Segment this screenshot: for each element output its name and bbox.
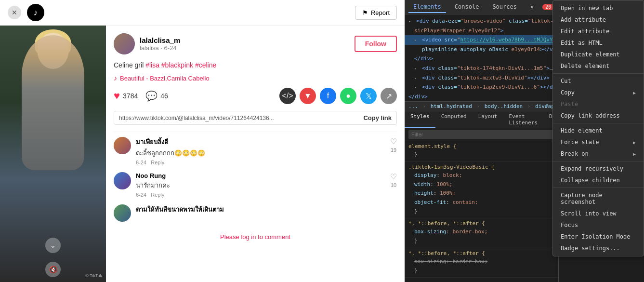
ctx-capture-screenshot[interactable]: Capture node screenshot [553,189,644,208]
user-info: lalalclisa_m lalalisa · 6-24 [140,36,355,52]
tab-more[interactable]: » [526,1,539,13]
comment-count-1: 19 [391,147,396,153]
comment-item: มาเฟียบลิ้งดี ตะลิ้ชลูกกกกก😳😳😳😳 6-24 Rep… [114,137,397,165]
ctx-break-on-arrow: ▶ [633,151,636,157]
sound-button[interactable]: 🔇 [45,262,61,277]
tab-styles[interactable]: Styles [405,111,435,128]
ctx-duplicate-element[interactable]: Duplicate element [553,49,644,60]
comment-heart-2[interactable]: ♡ [390,172,397,181]
tiktok-logo: ♪ [27,4,44,21]
comment-heart-1[interactable]: ♡ [390,137,397,146]
devtools-content: ▸ <div data-eze="browse-video" class="ti… [405,14,644,282]
css-selector: .tiktok-1sm3sg-VideoBasic { [408,164,554,170]
tab-elements[interactable]: Elements [408,1,446,13]
ctx-scroll-into-view[interactable]: Scroll into view [553,208,644,219]
tab-event-listeners[interactable]: Event Listeners [503,111,543,128]
hashtag-celine[interactable]: #celine [195,61,216,69]
ctx-cut[interactable]: Cut [553,75,644,87]
styles-panel: Styles Computed Layout Event Listeners D… [405,111,558,278]
share-twitter-button[interactable]: 𝕏 [360,88,377,104]
html-line: ▸ <div class="tiktok-mzxtw3-DivVid"></di… [405,73,558,83]
ctx-collapse-children[interactable]: Collapse children [553,175,644,186]
top-bar: ✕ ♪ ⚑ Report [0,0,405,26]
html-line: sicPlayerWrapper e1yey0r12"> [405,26,558,36]
music-icon: ♪ [114,74,117,82]
ctx-force-state[interactable]: Force state ▶ [553,136,644,148]
comment-body-1: มาเฟียบลิ้งดี ตะลิ้ชลูกกกกก😳😳😳😳 6-24 Rep… [136,137,385,165]
avatar-image [114,33,135,54]
comment-item: Noo Rung น่ารักมากคะ 6-24 Reply ♡ 10 [114,172,397,198]
ctx-hide-element[interactable]: Hide element [553,125,644,136]
comment-count: 46 [160,92,168,100]
css-rule-box-sizing-2: *, *::before, *::after { box-sizing: bor… [405,248,558,278]
ctx-paste: Paste [553,98,644,110]
html-line: ▸ <div class="tiktok-174tqkn-DivVi...1m5… [405,64,558,73]
report-button[interactable]: ⚑ Report [355,6,397,20]
ctx-add-attribute[interactable]: Add attribute [553,14,644,26]
close-button[interactable]: ✕ [8,6,21,19]
ctx-delete-element[interactable]: Delete element [553,60,644,72]
ctx-copy-arrow: ▶ [633,90,636,95]
copy-link-button[interactable]: Copy link [363,114,392,121]
login-prompt[interactable]: Please log in to comment [114,228,397,245]
comment-count-2: 10 [391,182,396,188]
tab-computed[interactable]: Computed [435,111,473,128]
expand-icon[interactable]: ▸ [414,66,417,71]
html-line: </div> [405,54,558,64]
hashtag-blackpink[interactable]: #blackpink [161,61,193,69]
commenter-name-2: Noo Rung [136,172,385,179]
filter-input[interactable] [408,130,554,139]
css-selector: *, *::before, *::after { [408,250,554,256]
html-line: ▸ <div class="tiktok-1ap2cv9-DivVi...6">… [405,82,558,92]
bc-html[interactable]: ... [408,103,418,109]
css-selector: *, *::before, *::after { [408,220,554,227]
follow-button[interactable]: Follow [355,36,397,52]
expand-icon[interactable]: ▸ [408,19,411,24]
comment-avatar-1 [114,137,131,154]
expand-icon[interactable]: ▸ [414,85,417,90]
share-code-button[interactable]: </> [279,88,296,104]
share-icons: </> ▼ f ● 𝕏 ↗ [279,88,397,104]
like-button[interactable]: ♥ [114,90,120,102]
bc-body[interactable]: body..hidden [485,103,523,109]
avatar [114,33,135,54]
watermark: © TikTok [85,273,102,278]
css-rule-element: element.style { } [405,141,558,162]
styles-tabs: Styles Computed Layout Event Listeners D… [405,111,558,128]
expand-icon[interactable]: ▸ [414,38,417,42]
share-facebook-button[interactable]: f [320,88,336,104]
ctx-copy-link-address[interactable]: Copy link address [553,110,644,121]
ctx-edit-html[interactable]: Edit as HTML [553,37,644,49]
context-menu: Open in new tab Add attribute Edit attri… [552,14,644,256]
ctx-expand-recursively[interactable]: Expand recursively [553,163,644,175]
ctx-separator [553,188,644,188]
like-section: ♥ 3784 [114,90,138,102]
ctx-focus[interactable]: Focus [553,219,644,231]
tab-layout[interactable]: Layout [473,111,503,128]
comment-meta-1: 6-24 Reply [136,160,385,165]
ctx-break-on[interactable]: Break on ▶ [553,148,644,160]
ctx-edit-attribute[interactable]: Edit attribute [553,26,644,37]
share-whatsapp-button[interactable]: ● [340,88,356,104]
link-row: https://www.tiktok.com/@lalalclisa_m/vid… [114,111,397,125]
post-header: lalalclisa_m lalalisa · 6-24 Follow [114,33,397,54]
comment-avatar-3 [114,204,131,222]
ctx-enter-isolation-mode[interactable]: Enter Isolation Mode [553,231,644,242]
comment-text-1: ตะลิ้ชลูกกกกก😳😳😳😳 [136,148,385,158]
expand-icon[interactable]: ▸ [414,76,417,81]
scroll-down-button[interactable]: ⌄ [45,238,61,253]
comment-button[interactable]: 💬 [145,90,158,102]
devtools-panel: Elements Console Sources » 20 9 1 ⊡ ⬜ ⚙ … [405,0,644,282]
html-line: ▸ <div data-eze="browse-video" class="ti… [405,16,558,26]
bc-html2[interactable]: html.hydrated [431,103,472,109]
css-rule-box-sizing-1: *, *::before, *::after { box-sizing: bor… [405,218,558,248]
tiktok-panel: ✕ ♪ ⚑ Report ⌄ 🔇 © TikTok [0,0,405,282]
share-more-button[interactable]: ↗ [381,88,397,104]
share-douyin-button[interactable]: ▼ [300,88,316,104]
sound-icon: 🔇 [49,266,57,273]
ctx-badge-settings[interactable]: Badge settings... [553,242,644,254]
ctx-copy[interactable]: Copy ▶ [553,87,644,98]
tab-sources[interactable]: Sources [487,1,522,13]
tab-console[interactable]: Console [450,1,484,13]
hashtag-lisa[interactable]: #lisa [145,61,159,69]
